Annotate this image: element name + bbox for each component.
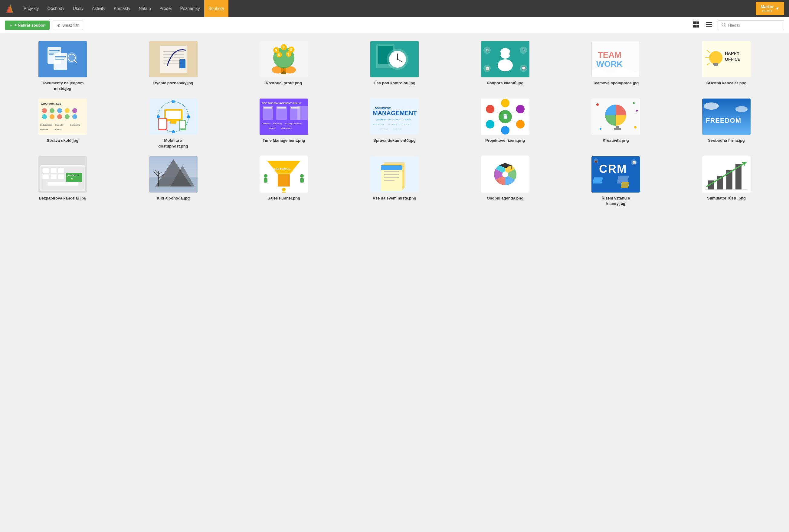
svg-point-82 bbox=[57, 108, 62, 113]
svg-rect-3 bbox=[696, 21, 699, 24]
list-item[interactable]: Dokumenty na jednom místě.jpg bbox=[10, 41, 115, 91]
svg-text:$: $ bbox=[290, 48, 292, 51]
file-name: Stimulátor růstu.png bbox=[707, 195, 746, 201]
svg-rect-202 bbox=[381, 165, 402, 170]
list-item[interactable]: Klid a pohoda.jpg bbox=[121, 156, 226, 206]
svg-point-208 bbox=[510, 169, 512, 170]
list-item[interactable]: 📄 Projektové řízení.png bbox=[452, 98, 558, 149]
svg-text:🍃: 🍃 bbox=[70, 177, 73, 180]
list-item[interactable]: FREEDOM Svobodná firma.jpg bbox=[674, 98, 779, 149]
file-name: Dokumenty na jednom místě.jpg bbox=[38, 80, 87, 91]
list-item[interactable]: Kreativita.png bbox=[563, 98, 669, 149]
svg-rect-212 bbox=[593, 177, 603, 184]
list-item[interactable]: DOCUMENT MANAGEMENT WORKFLOW SYSTEM USER… bbox=[342, 98, 447, 149]
list-item[interactable]: TEAM WORK Teamová spolupráce.jpg bbox=[563, 41, 669, 91]
upload-button[interactable]: + + Nahrát soubor bbox=[5, 21, 50, 30]
toolbar: + + Nahrát soubor ⊗ Smaž filtr bbox=[0, 17, 789, 34]
nav-soubory[interactable]: Soubory bbox=[204, 0, 228, 17]
nav-kontakty[interactable]: Kontakty bbox=[110, 0, 134, 17]
svg-point-190 bbox=[300, 174, 304, 178]
svg-text:$: $ bbox=[282, 45, 285, 49]
list-item[interactable]: Osobní agenda.png bbox=[452, 156, 558, 206]
svg-point-136 bbox=[501, 99, 510, 107]
svg-rect-7 bbox=[706, 24, 712, 25]
file-thumbnail: SALES FUNNEL bbox=[260, 156, 308, 193]
file-thumbnail: WHAT YOU NEED Collaboration Calendar E bbox=[38, 98, 87, 135]
list-item[interactable]: Rychlé poznámky.jpg bbox=[121, 41, 226, 91]
nav-poznamky[interactable]: Poznámky bbox=[176, 0, 204, 17]
list-item[interactable]: WHAT YOU NEED Collaboration Calendar E bbox=[10, 98, 115, 149]
svg-text:RECORDS: RECORDS bbox=[388, 124, 398, 126]
svg-point-81 bbox=[50, 108, 54, 113]
list-item[interactable]: Vše na svém místě.png bbox=[342, 156, 447, 206]
svg-text:📋: 📋 bbox=[485, 66, 490, 71]
file-name: Bezpapírová kancelář.jpg bbox=[39, 195, 86, 201]
search-input[interactable] bbox=[728, 23, 780, 27]
nav-ukoly[interactable]: Úkoly bbox=[69, 0, 88, 17]
svg-rect-173 bbox=[48, 182, 78, 186]
user-menu[interactable]: Martin DEMO ▼ bbox=[756, 2, 784, 15]
svg-point-188 bbox=[264, 174, 268, 178]
file-name: Čas pod kontrolou.jpg bbox=[374, 80, 415, 86]
svg-rect-167 bbox=[43, 174, 49, 179]
file-thumbnail: 📄 bbox=[481, 98, 529, 135]
nav-obchody[interactable]: Obchody bbox=[43, 0, 69, 17]
nav-prodej[interactable]: Prodej bbox=[155, 0, 176, 17]
svg-text:USERS: USERS bbox=[404, 118, 411, 120]
file-name: Šťastná kancelář.png bbox=[707, 80, 747, 86]
grid-view-button[interactable] bbox=[691, 20, 702, 31]
navbar: Projekty Obchody Úkoly Aktivity Kontakty… bbox=[0, 0, 789, 17]
list-item[interactable]: CRM 📊 💼 Řízení vztahu s klienty.jpg bbox=[563, 156, 669, 206]
svg-rect-115 bbox=[277, 107, 286, 109]
svg-point-106 bbox=[172, 130, 175, 133]
svg-point-70 bbox=[709, 51, 722, 64]
files-container: Dokumenty na jednom místě.jpg Rychlé poz… bbox=[0, 34, 789, 214]
svg-text:WHAT YOU NEED: WHAT YOU NEED bbox=[41, 102, 61, 105]
file-name: Svobodná firma.jpg bbox=[708, 138, 745, 143]
file-name: Projektové řízení.png bbox=[485, 138, 525, 143]
list-item[interactable]: TOP TIME MANAGEMENT SKILLS Prioritizing … bbox=[231, 98, 337, 149]
list-item[interactable]: SALES FUNNEL Sales Funnel.png bbox=[231, 156, 337, 206]
clear-filter-button[interactable]: ⊗ Smaž filtr bbox=[53, 21, 83, 30]
list-item[interactable]: $ $ $ $ $ Rostoucí profit.png bbox=[231, 41, 337, 91]
file-thumbnail: HAPPY OFFICE bbox=[702, 41, 751, 77]
list-item[interactable]: Čas pod kontrolou.jpg bbox=[342, 41, 447, 91]
svg-point-152 bbox=[600, 128, 602, 130]
svg-point-158 bbox=[704, 102, 719, 110]
svg-text:$: $ bbox=[288, 52, 289, 56]
svg-text:⚙: ⚙ bbox=[485, 48, 489, 52]
list-view-button[interactable] bbox=[703, 20, 715, 31]
list-item[interactable]: Mobilita a dostupnost.png bbox=[121, 98, 226, 149]
svg-point-151 bbox=[633, 102, 635, 104]
svg-point-154 bbox=[636, 110, 638, 112]
logo[interactable] bbox=[5, 3, 16, 14]
list-item[interactable]: Stimulátor růstu.png bbox=[674, 156, 779, 206]
nav-projekty[interactable]: Projekty bbox=[19, 0, 43, 17]
svg-text:Prioritizing: Prioritizing bbox=[262, 123, 271, 125]
toolbar-right bbox=[691, 20, 784, 31]
nav-nakup[interactable]: Nákup bbox=[134, 0, 155, 17]
file-thumbnail bbox=[370, 156, 419, 193]
svg-point-153 bbox=[634, 126, 637, 129]
svg-text:Prioritize: Prioritize bbox=[40, 129, 48, 131]
svg-text:Calendar: Calendar bbox=[55, 124, 64, 126]
svg-point-209 bbox=[502, 171, 508, 177]
nav-aktivity[interactable]: Aktivity bbox=[88, 0, 110, 17]
svg-point-54 bbox=[500, 48, 511, 59]
filter-icon: ⊗ bbox=[57, 23, 60, 27]
svg-rect-189 bbox=[264, 178, 268, 183]
svg-point-9 bbox=[722, 23, 725, 26]
svg-rect-166 bbox=[58, 168, 64, 173]
svg-text:Organization: Organization bbox=[281, 127, 291, 129]
svg-text:Estimating: Estimating bbox=[70, 124, 80, 126]
list-item[interactable]: go paperless 🍃 Bezpapírová kancelář.jpg bbox=[10, 156, 115, 206]
svg-text:Scheduling: Scheduling bbox=[273, 123, 282, 125]
file-thumbnail: CRM 📊 💼 bbox=[591, 156, 640, 193]
svg-point-89 bbox=[72, 114, 77, 119]
list-item[interactable]: ⚙ 🔧 📋 💬 Podpora klientů.jpg bbox=[452, 41, 558, 91]
svg-rect-103 bbox=[180, 120, 185, 129]
svg-text:Keeping a To-Do List: Keeping a To-Do List bbox=[285, 123, 302, 125]
svg-text:OFFICE: OFFICE bbox=[725, 57, 740, 62]
list-item[interactable]: HAPPY OFFICE Šťastná kancelář.png bbox=[674, 41, 779, 91]
svg-point-107 bbox=[157, 115, 160, 118]
